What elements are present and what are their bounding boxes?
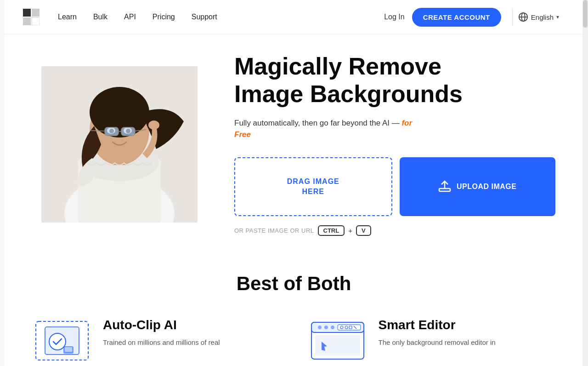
svg-line-21 [91,131,105,131]
svg-point-23 [148,120,159,130]
hero-content: Magically Remove Image Backgrounds Fully… [225,53,555,236]
autoclip-icon-container [32,318,92,364]
person-illustration [41,66,198,223]
nav-item-bulk[interactable]: Bulk [93,13,107,21]
globe-icon [518,12,528,22]
ctrl-key-badge: CTRL [318,225,345,236]
logo-icon [23,9,40,25]
svg-point-27 [49,333,66,350]
svg-rect-1 [32,9,40,17]
smart-editor-icon-container [308,318,368,364]
svg-point-33 [324,326,328,329]
header: Learn Bulk API Pricing Support Log In CR… [5,0,583,34]
smart-editor-text: Smart Editor The only background removal… [379,318,496,348]
paste-hint-text: OR PASTE IMAGE OR URL [234,227,314,234]
nav-item-api[interactable]: API [124,13,136,21]
scrollbar[interactable] [582,0,588,366]
nav-item-learn[interactable]: Learn [58,13,77,21]
svg-point-13 [90,87,149,137]
nav-item-pricing[interactable]: Pricing [153,13,175,21]
hero-image-container [41,66,207,223]
nav: Learn Bulk API Pricing Support [58,13,384,21]
svg-rect-18 [105,127,119,136]
svg-rect-3 [32,17,40,25]
language-selector[interactable]: English ▾ [512,8,565,26]
feature-item-autoclip: Auto-Clip AI Trained on millions and mil… [32,318,280,364]
plus-text: + [348,227,352,234]
svg-rect-19 [121,127,135,136]
features-title: Best of Both [32,273,555,295]
header-right: Log In CREATE ACCOUNT English ▾ [384,8,565,27]
autoclip-icon [32,318,92,364]
create-account-button[interactable]: CREATE ACCOUNT [412,8,501,27]
autoclip-description: Trained on millions and millions of real [103,337,220,348]
paste-hint: OR PASTE IMAGE OR URL CTRL + V [234,225,555,236]
svg-rect-29 [65,347,72,352]
language-label: English [531,13,554,21]
features-section: Best of Both [5,254,583,366]
chevron-down-icon: ▾ [556,14,559,20]
login-button[interactable]: Log In [384,13,404,21]
smart-editor-description: The only background removal editor in [379,337,496,348]
nav-item-support[interactable]: Support [192,13,217,21]
smart-editor-icon [308,318,368,364]
drag-drop-zone[interactable]: DRAG IMAGE HERE [234,157,392,217]
hero-section: Magically Remove Image Backgrounds Fully… [5,34,583,254]
upload-area: DRAG IMAGE HERE UPLOAD IMAGE [234,157,555,217]
v-key-badge: V [356,225,371,236]
svg-point-34 [331,326,334,329]
hero-image [41,66,198,223]
features-grid: Auto-Clip AI Trained on millions and mil… [32,318,555,364]
hero-title: Magically Remove Image Backgrounds [234,53,555,108]
logo[interactable] [23,9,40,25]
autoclip-title: Auto-Clip AI [103,318,220,332]
svg-point-32 [318,326,322,329]
upload-image-button[interactable]: UPLOAD IMAGE [400,157,556,217]
svg-rect-2 [23,17,31,25]
autoclip-text: Auto-Clip AI Trained on millions and mil… [103,318,220,348]
scrollbar-thumb[interactable] [583,0,588,28]
svg-rect-0 [23,9,31,17]
svg-rect-24 [439,189,450,191]
smart-editor-title: Smart Editor [379,318,496,332]
drag-drop-text: DRAG IMAGE HERE [287,177,339,197]
hero-subtitle: Fully automatically, then go far beyond … [234,117,555,141]
upload-icon [438,179,451,194]
feature-item-smart-editor: Smart Editor The only background removal… [308,318,556,364]
